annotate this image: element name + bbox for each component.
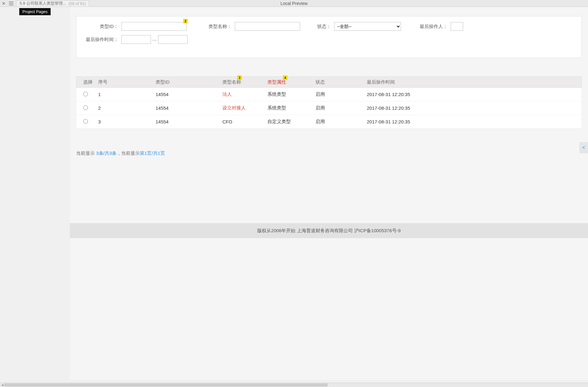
cell-status: 启用: [316, 91, 367, 97]
close-icon[interactable]: ✕: [0, 1, 7, 6]
tab-counter: (59 of 91): [69, 1, 86, 6]
cell-type-id: 14554: [156, 92, 222, 97]
row-radio[interactable]: [83, 105, 88, 110]
data-table: 选择 序号 类型ID 类型名称 3 类型属性 4 状态 最后操作时间 1 145…: [76, 76, 582, 129]
page-prefix2: 当前显示: [121, 150, 140, 156]
cell-type-attr: 自定义类型: [267, 119, 316, 125]
th-type-attr: 类型属性 4: [267, 79, 316, 85]
chevron-left-icon[interactable]: <: [579, 142, 588, 153]
label-type-id: 类型ID：: [86, 24, 118, 30]
cell-seq: 3: [98, 119, 156, 124]
cell-type-attr: 系统类型: [267, 105, 316, 111]
table-row: 1 14554 法人 系统类型 启用 2017-08-31 12:20:35: [76, 88, 582, 101]
page-count: 3条/共3条: [96, 150, 116, 156]
field-type-id: 类型ID： 2: [86, 22, 187, 31]
cell-type-name: 设立对接人: [222, 105, 267, 111]
th-type-name-text: 类型名称: [222, 79, 241, 85]
row-radio[interactable]: [83, 119, 88, 124]
pagination-info: 当前显示 3条/共3条，当前显示第1页/共1页: [76, 150, 582, 156]
filter-form: 类型ID： 2 类型名称： 状态： --全部-- 最后操作人： 最后操作时间：: [76, 16, 582, 58]
scroll-thumb[interactable]: [4, 384, 327, 386]
toolbar: ✕ 5.9 公司联系人类型管理... (59 of 91) Local Prev…: [0, 0, 588, 7]
footer: 版权从2006年开始 上海普道财务咨询有限公司 沪ICP备10005376号-9: [70, 223, 588, 238]
table-header: 选择 序号 类型ID 类型名称 3 类型属性 4 状态 最后操作时间: [76, 76, 582, 88]
cell-seq: 2: [98, 105, 156, 111]
badge-4: 4: [283, 76, 287, 80]
label-status: 状态：: [312, 24, 331, 30]
th-select: 选择: [76, 79, 98, 85]
badge-3: 3: [237, 76, 242, 80]
tab-title: 5.9 公司联系人类型管理...: [20, 1, 66, 6]
badge-2: 2: [183, 19, 188, 23]
table-row: 3 14554 CFO 自定义类型 启用 2017-08-31 12:20:35: [76, 115, 582, 129]
row-radio[interactable]: [83, 92, 88, 96]
cell-seq: 1: [98, 92, 156, 97]
page-prefix1: 当前显示: [76, 150, 96, 156]
scroll-left-arrow-icon[interactable]: ◄: [1, 383, 4, 387]
field-type-name: 类型名称：: [199, 22, 300, 31]
cell-type-id: 14554: [156, 105, 222, 111]
input-type-name[interactable]: [235, 22, 300, 31]
table-row: 2 14554 设立对接人 系统类型 启用 2017-08-31 12:20:3…: [76, 101, 582, 115]
label-last-operator: 最后操作人：: [413, 24, 448, 30]
cell-time: 2017-08-31 12:20:35: [367, 92, 432, 97]
input-start-date[interactable]: [121, 35, 151, 44]
input-last-operator[interactable]: [451, 22, 463, 31]
field-last-op-time: 最后操作时间： —: [86, 35, 188, 44]
cell-status: 启用: [316, 105, 367, 111]
footer-text: 版权从2006年开始 上海普道财务咨询有限公司 沪ICP备10005376号-9: [257, 228, 401, 234]
th-type-id: 类型ID: [156, 79, 222, 85]
cell-type-attr: 系统类型: [267, 91, 316, 97]
label-last-op-time: 最后操作时间：: [86, 37, 118, 43]
tooltip-project-pages: Project Pages: [19, 8, 51, 15]
cell-time: 2017-08-31 12:20:35: [367, 105, 432, 111]
page-page: 第1页/共1页: [140, 150, 165, 156]
input-end-date[interactable]: [158, 35, 188, 44]
page-tab[interactable]: 5.9 公司联系人类型管理... (59 of 91): [16, 0, 89, 7]
input-type-id[interactable]: [121, 22, 187, 31]
menu-icon[interactable]: [7, 2, 15, 5]
th-type-name: 类型名称 3: [222, 79, 267, 85]
th-type-attr-text: 类型属性: [267, 79, 286, 85]
range-dash: —: [152, 37, 157, 42]
cell-time: 2017-08-31 12:20:35: [367, 119, 432, 124]
label-type-name: 类型名称：: [199, 24, 232, 30]
select-status[interactable]: --全部--: [334, 22, 401, 31]
th-seq: 序号: [98, 79, 156, 85]
th-status: 状态: [316, 79, 367, 85]
th-last-time: 最后操作时间: [367, 79, 432, 85]
cell-type-name: CFO: [222, 119, 267, 124]
field-status: 状态： --全部--: [312, 22, 401, 31]
page-comma: ，: [116, 150, 121, 156]
preview-label: Local Preview: [280, 1, 308, 6]
horizontal-scrollbar[interactable]: ◄: [0, 383, 588, 387]
cell-type-name: 法人: [222, 91, 267, 97]
cell-type-id: 14554: [156, 119, 222, 124]
preview-canvas: 类型ID： 2 类型名称： 状态： --全部-- 最后操作人： 最后操作时间：: [70, 7, 588, 380]
field-last-operator: 最后操作人：: [413, 22, 463, 31]
cell-status: 启用: [316, 119, 367, 125]
